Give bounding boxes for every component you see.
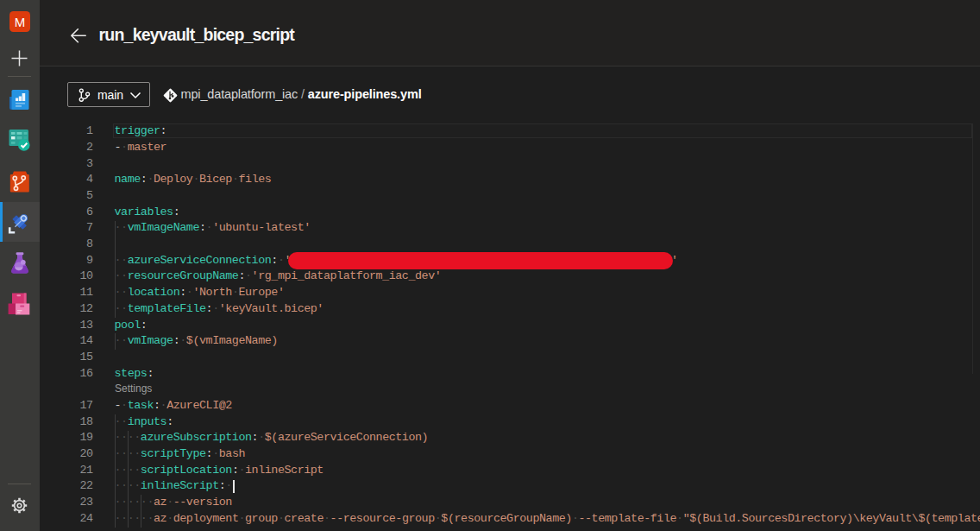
- svg-text:M: M: [14, 14, 25, 28]
